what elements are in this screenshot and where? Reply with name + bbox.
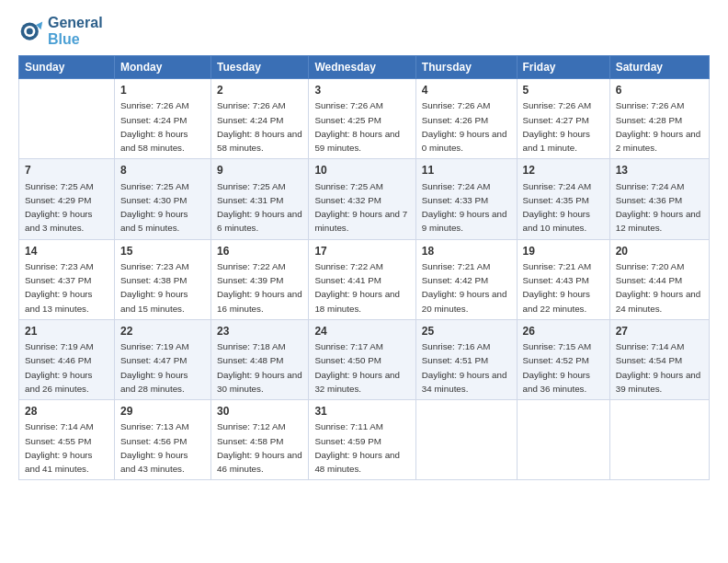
calendar-cell	[19, 79, 115, 159]
day-number: 19	[523, 244, 604, 259]
day-info: Sunrise: 7:25 AMSunset: 4:30 PMDaylight:…	[120, 181, 189, 234]
day-number: 29	[120, 404, 205, 419]
calendar-row: 14Sunrise: 7:23 AMSunset: 4:37 PMDayligh…	[19, 239, 710, 319]
day-number: 1	[120, 83, 205, 98]
calendar-cell: 31Sunrise: 7:11 AMSunset: 4:59 PMDayligh…	[309, 400, 415, 480]
day-info: Sunrise: 7:13 AMSunset: 4:56 PMDaylight:…	[120, 421, 189, 474]
calendar-cell: 9Sunrise: 7:25 AMSunset: 4:31 PMDaylight…	[211, 159, 309, 239]
day-number: 31	[314, 404, 409, 419]
day-number: 2	[217, 83, 302, 98]
weekday-header: Saturday	[609, 56, 709, 79]
day-number: 6	[616, 83, 703, 98]
calendar-table: SundayMondayTuesdayWednesdayThursdayFrid…	[18, 55, 710, 480]
day-info: Sunrise: 7:23 AMSunset: 4:37 PMDaylight:…	[25, 261, 94, 314]
day-info: Sunrise: 7:26 AMSunset: 4:24 PMDaylight:…	[217, 100, 302, 153]
calendar-cell: 13Sunrise: 7:24 AMSunset: 4:36 PMDayligh…	[609, 159, 709, 239]
calendar-cell: 22Sunrise: 7:19 AMSunset: 4:47 PMDayligh…	[114, 319, 210, 399]
header-row: SundayMondayTuesdayWednesdayThursdayFrid…	[19, 56, 710, 79]
calendar-cell: 30Sunrise: 7:12 AMSunset: 4:58 PMDayligh…	[211, 400, 309, 480]
calendar-cell: 8Sunrise: 7:25 AMSunset: 4:30 PMDaylight…	[114, 159, 210, 239]
day-number: 22	[120, 324, 205, 339]
day-number: 30	[217, 404, 302, 419]
weekday-header: Wednesday	[309, 56, 415, 79]
weekday-header: Thursday	[415, 56, 517, 79]
weekday-header: Sunday	[19, 56, 115, 79]
day-number: 14	[25, 244, 108, 259]
calendar-cell: 3Sunrise: 7:26 AMSunset: 4:25 PMDaylight…	[309, 79, 415, 159]
calendar-row: 21Sunrise: 7:19 AMSunset: 4:46 PMDayligh…	[19, 319, 710, 399]
day-info: Sunrise: 7:24 AMSunset: 4:36 PMDaylight:…	[616, 181, 701, 234]
calendar-cell: 1Sunrise: 7:26 AMSunset: 4:24 PMDaylight…	[114, 79, 210, 159]
day-number: 28	[25, 404, 108, 419]
page: General Blue SundayMondayTuesdayWednesda…	[0, 0, 728, 489]
day-info: Sunrise: 7:24 AMSunset: 4:33 PMDaylight:…	[422, 181, 507, 234]
day-number: 9	[217, 163, 302, 178]
day-number: 21	[25, 324, 108, 339]
day-number: 3	[314, 83, 409, 98]
day-info: Sunrise: 7:18 AMSunset: 4:48 PMDaylight:…	[217, 341, 302, 394]
day-info: Sunrise: 7:22 AMSunset: 4:41 PMDaylight:…	[314, 261, 400, 314]
day-info: Sunrise: 7:11 AMSunset: 4:59 PMDaylight:…	[314, 421, 400, 474]
day-info: Sunrise: 7:26 AMSunset: 4:24 PMDaylight:…	[120, 100, 189, 153]
calendar-cell: 17Sunrise: 7:22 AMSunset: 4:41 PMDayligh…	[309, 239, 415, 319]
day-number: 25	[422, 324, 511, 339]
day-number: 26	[523, 324, 604, 339]
calendar-cell	[415, 400, 517, 480]
day-number: 8	[120, 163, 205, 178]
calendar-cell: 16Sunrise: 7:22 AMSunset: 4:39 PMDayligh…	[211, 239, 309, 319]
logo-text: General Blue	[48, 15, 103, 48]
calendar-cell: 11Sunrise: 7:24 AMSunset: 4:33 PMDayligh…	[415, 159, 517, 239]
logo: General Blue	[18, 15, 103, 48]
day-info: Sunrise: 7:14 AMSunset: 4:54 PMDaylight:…	[616, 341, 701, 394]
day-number: 7	[25, 163, 108, 178]
calendar-cell: 2Sunrise: 7:26 AMSunset: 4:24 PMDaylight…	[211, 79, 309, 159]
logo-icon	[18, 18, 44, 44]
day-info: Sunrise: 7:25 AMSunset: 4:31 PMDaylight:…	[217, 181, 302, 234]
calendar-cell: 20Sunrise: 7:20 AMSunset: 4:44 PMDayligh…	[609, 239, 709, 319]
calendar-cell: 27Sunrise: 7:14 AMSunset: 4:54 PMDayligh…	[609, 319, 709, 399]
day-info: Sunrise: 7:24 AMSunset: 4:35 PMDaylight:…	[523, 181, 592, 234]
day-number: 12	[523, 163, 604, 178]
day-info: Sunrise: 7:26 AMSunset: 4:25 PMDaylight:…	[314, 100, 400, 153]
calendar-row: 1Sunrise: 7:26 AMSunset: 4:24 PMDaylight…	[19, 79, 710, 159]
calendar-cell: 5Sunrise: 7:26 AMSunset: 4:27 PMDaylight…	[517, 79, 609, 159]
calendar-cell: 6Sunrise: 7:26 AMSunset: 4:28 PMDaylight…	[609, 79, 709, 159]
weekday-header: Monday	[114, 56, 210, 79]
day-number: 16	[217, 244, 302, 259]
svg-point-2	[27, 29, 33, 35]
calendar-cell: 29Sunrise: 7:13 AMSunset: 4:56 PMDayligh…	[114, 400, 210, 480]
calendar-cell: 26Sunrise: 7:15 AMSunset: 4:52 PMDayligh…	[517, 319, 609, 399]
day-info: Sunrise: 7:14 AMSunset: 4:55 PMDaylight:…	[25, 421, 94, 474]
day-info: Sunrise: 7:21 AMSunset: 4:43 PMDaylight:…	[523, 261, 592, 314]
calendar-row: 28Sunrise: 7:14 AMSunset: 4:55 PMDayligh…	[19, 400, 710, 480]
day-info: Sunrise: 7:12 AMSunset: 4:58 PMDaylight:…	[217, 421, 302, 474]
day-info: Sunrise: 7:16 AMSunset: 4:51 PMDaylight:…	[422, 341, 507, 394]
weekday-header: Tuesday	[211, 56, 309, 79]
day-number: 24	[314, 324, 409, 339]
day-info: Sunrise: 7:21 AMSunset: 4:42 PMDaylight:…	[422, 261, 507, 314]
calendar-cell: 28Sunrise: 7:14 AMSunset: 4:55 PMDayligh…	[19, 400, 115, 480]
day-info: Sunrise: 7:26 AMSunset: 4:28 PMDaylight:…	[616, 100, 701, 153]
calendar-cell: 14Sunrise: 7:23 AMSunset: 4:37 PMDayligh…	[19, 239, 115, 319]
day-info: Sunrise: 7:22 AMSunset: 4:39 PMDaylight:…	[217, 261, 302, 314]
day-info: Sunrise: 7:26 AMSunset: 4:26 PMDaylight:…	[422, 100, 507, 153]
day-number: 4	[422, 83, 511, 98]
weekday-header: Friday	[517, 56, 609, 79]
calendar-cell: 25Sunrise: 7:16 AMSunset: 4:51 PMDayligh…	[415, 319, 517, 399]
day-info: Sunrise: 7:15 AMSunset: 4:52 PMDaylight:…	[523, 341, 592, 394]
day-number: 18	[422, 244, 511, 259]
calendar-cell: 12Sunrise: 7:24 AMSunset: 4:35 PMDayligh…	[517, 159, 609, 239]
header: General Blue	[18, 15, 710, 48]
day-info: Sunrise: 7:23 AMSunset: 4:38 PMDaylight:…	[120, 261, 189, 314]
calendar-cell: 18Sunrise: 7:21 AMSunset: 4:42 PMDayligh…	[415, 239, 517, 319]
day-number: 20	[616, 244, 703, 259]
day-number: 11	[422, 163, 511, 178]
day-number: 10	[314, 163, 409, 178]
day-number: 15	[120, 244, 205, 259]
day-info: Sunrise: 7:20 AMSunset: 4:44 PMDaylight:…	[616, 261, 701, 314]
day-info: Sunrise: 7:19 AMSunset: 4:46 PMDaylight:…	[25, 341, 94, 394]
day-number: 13	[616, 163, 703, 178]
calendar-cell: 19Sunrise: 7:21 AMSunset: 4:43 PMDayligh…	[517, 239, 609, 319]
day-info: Sunrise: 7:25 AMSunset: 4:29 PMDaylight:…	[25, 181, 94, 234]
calendar-cell: 4Sunrise: 7:26 AMSunset: 4:26 PMDaylight…	[415, 79, 517, 159]
